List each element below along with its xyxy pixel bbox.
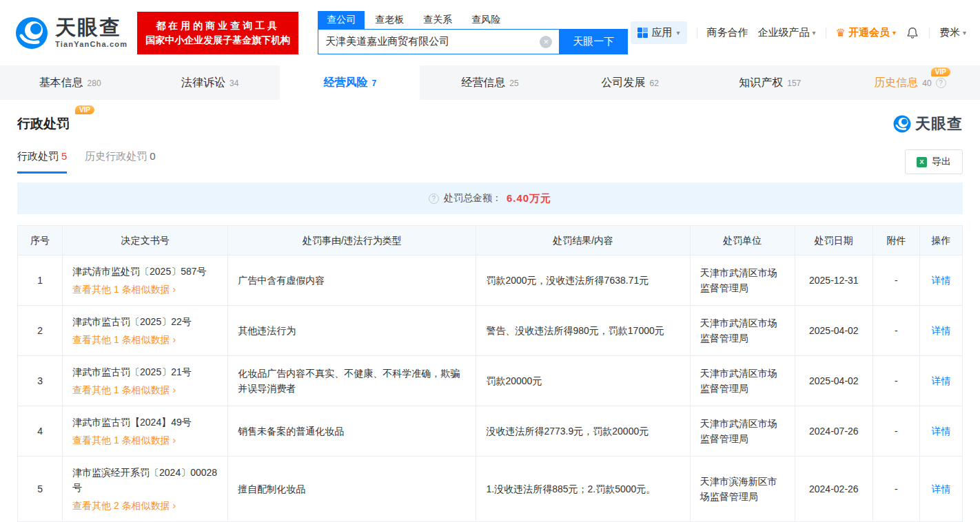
- apps-grid-icon: [637, 28, 648, 38]
- unit-cell: 天津市武清区市场监督管理局: [690, 356, 795, 406]
- help-icon: ?: [936, 78, 946, 88]
- nav-tab-count: 34: [229, 79, 238, 88]
- similar-data-link[interactable]: 查看其他 2 条相似数据 ›: [72, 498, 176, 513]
- date-cell: 2025-04-02: [795, 356, 872, 406]
- detail-link[interactable]: 详情: [931, 483, 950, 494]
- summary-label: 处罚总金额：: [444, 192, 502, 205]
- detail-link[interactable]: 详情: [931, 375, 950, 386]
- clear-icon[interactable]: ×: [540, 36, 552, 48]
- row-index: 1: [18, 255, 63, 306]
- table-row: 4 津武市监古罚【2024】49号 查看其他 1 条相似数据 › 销售未备案的普…: [18, 406, 963, 457]
- export-button[interactable]: X 导出: [905, 149, 963, 174]
- penalty-subtabs: 行政处罚 5 历史行政处罚 0: [17, 150, 156, 174]
- detail-link[interactable]: 详情: [931, 275, 950, 286]
- similar-data-link[interactable]: 查看其他 1 条相似数据 ›: [72, 432, 176, 448]
- reason-cell: 擅自配制化妆品: [228, 457, 476, 522]
- main-content: 行政处罚 VIP 天眼查 行政处罚 5 历史行政处罚 0 X: [0, 114, 980, 522]
- attachment-cell: -: [872, 306, 919, 356]
- search-tab-risk[interactable]: 查风险: [462, 11, 509, 29]
- chevron-down-icon: ▾: [677, 29, 680, 36]
- chevron-right-icon: ›: [173, 334, 176, 345]
- doc-cell: 津武清市监处罚〔2025〕587号 查看其他 1 条相似数据 ›: [63, 255, 228, 306]
- company-nav-tabs: 基本信息 280 法律诉讼 34 经营风险 7 经营信息 25 公司发展 62 …: [0, 65, 980, 100]
- apps-label: 应用: [652, 26, 673, 39]
- col-date: 处罚日期: [795, 226, 872, 255]
- search-tab-boss[interactable]: 查老板: [366, 11, 413, 29]
- col-result: 处罚结果/内容: [476, 226, 690, 255]
- search-tab-company[interactable]: 查公司: [318, 11, 365, 29]
- table-row: 3 津武市监古罚〔2025〕21号 查看其他 1 条相似数据 › 化妆品广告内容…: [18, 356, 963, 406]
- col-unit: 处罚单位: [690, 226, 795, 255]
- nav-tab[interactable]: VIP 历史信息 40 ?: [840, 65, 980, 100]
- nav-tab-label: 经营风险: [324, 76, 368, 90]
- col-doc-number: 决定文书号: [63, 226, 228, 255]
- result-cell: 警告、没收违法所得980元，罚款17000元: [476, 306, 690, 356]
- similar-data-link[interactable]: 查看其他 1 条相似数据 ›: [72, 332, 176, 347]
- nav-tab[interactable]: 公司发展 62: [560, 65, 700, 100]
- similar-data-label: 查看其他 2 条相似数据: [72, 500, 170, 511]
- chevron-right-icon: ›: [173, 500, 176, 511]
- tab-label: 行政处罚: [17, 150, 59, 163]
- nav-tab[interactable]: 知识产权 157: [700, 65, 840, 100]
- tianyancha-logo[interactable]: 天眼查 TianYanCha.com: [15, 17, 127, 50]
- brand-domain: TianYanCha.com: [55, 41, 127, 48]
- col-index: 序号: [18, 226, 63, 255]
- result-cell: 罚款20000元: [476, 356, 690, 406]
- chevron-right-icon: ›: [173, 284, 176, 295]
- apps-menu-button[interactable]: 应用 ▾: [631, 21, 687, 44]
- doc-number: 津武清市监处罚〔2025〕587号: [72, 264, 218, 279]
- chevron-down-icon: ▾: [892, 29, 896, 36]
- tianyancha-logo-icon: [893, 115, 911, 133]
- detail-link[interactable]: 详情: [931, 325, 950, 336]
- open-vip-button[interactable]: ♛ 开通会员 ▾: [836, 26, 896, 39]
- enterprise-label: 企业级产品: [758, 26, 810, 39]
- chevron-right-icon: ›: [173, 435, 176, 446]
- attachment-cell: -: [872, 356, 919, 406]
- nav-tab[interactable]: 法律诉讼 34: [140, 65, 280, 100]
- user-menu[interactable]: 费米 ▾: [939, 26, 966, 39]
- search-box: ×: [318, 29, 559, 54]
- attachment-cell: -: [872, 406, 919, 457]
- top-header: 天眼查 TianYanCha.com 都在用的商业查询工具 国家中小企业发展子基…: [0, 0, 980, 65]
- excel-icon: X: [917, 157, 927, 167]
- detail-link[interactable]: 详情: [931, 426, 950, 437]
- search-tab-relation[interactable]: 查关系: [414, 11, 461, 29]
- col-action: 操作: [919, 226, 962, 255]
- nav-tab[interactable]: 经营信息 25: [420, 65, 560, 100]
- notification-bell-icon[interactable]: [906, 26, 919, 40]
- similar-data-link[interactable]: 查看其他 1 条相似数据 ›: [72, 382, 176, 397]
- tab-admin-penalty[interactable]: 行政处罚 5: [17, 150, 67, 174]
- penalty-summary-bar: ? 处罚总金额： 6.40万元: [17, 182, 963, 214]
- row-index: 4: [18, 406, 63, 457]
- date-cell: 2025-12-31: [795, 255, 872, 306]
- menu-business-cooperation[interactable]: 商务合作: [707, 26, 748, 39]
- watermark-logo: 天眼查: [893, 114, 963, 134]
- menu-enterprise-products[interactable]: 企业级产品 ▾: [758, 26, 816, 39]
- nav-tab[interactable]: 基本信息 280: [0, 65, 140, 100]
- similar-data-label: 查看其他 1 条相似数据: [72, 284, 170, 295]
- username: 费米: [939, 26, 960, 39]
- reason-cell: 广告中含有虚假内容: [228, 255, 476, 306]
- chevron-down-icon: ▾: [963, 29, 966, 36]
- similar-data-link[interactable]: 查看其他 1 条相似数据 ›: [72, 282, 176, 297]
- open-vip-label: 开通会员: [848, 26, 890, 39]
- page-title: 行政处罚: [17, 116, 70, 131]
- similar-data-label: 查看其他 1 条相似数据: [72, 334, 170, 345]
- unit-cell: 天津市武清区市场监督管理局: [690, 306, 795, 356]
- help-icon: ?: [429, 194, 439, 204]
- search-input[interactable]: [318, 36, 540, 48]
- nav-tab-label: 基本信息: [39, 76, 83, 90]
- tab-history-admin-penalty[interactable]: 历史行政处罚 0: [85, 150, 155, 174]
- doc-cell: 津武市监古罚【2024】49号 查看其他 1 条相似数据 ›: [63, 406, 228, 457]
- table-row: 1 津武清市监处罚〔2025〕587号 查看其他 1 条相似数据 › 广告中含有…: [18, 255, 963, 306]
- penalty-table: 序号 决定文书号 处罚事由/违法行为类型 处罚结果/内容 处罚单位 处罚日期 附…: [17, 225, 963, 522]
- chevron-down-icon: ▾: [813, 29, 816, 36]
- attachment-cell: -: [872, 457, 919, 522]
- search-area: 查公司 查老板 查关系 查风险 × 天眼一下: [318, 11, 628, 54]
- row-index: 5: [18, 457, 63, 522]
- nav-tab[interactable]: 经营风险 7: [280, 65, 420, 100]
- doc-number: 津武市监古罚〔2025〕22号: [72, 314, 218, 329]
- top-menu: 应用 ▾ 商务合作 企业级产品 ▾ ♛ 开通会员 ▾ 费米 ▾: [631, 21, 966, 44]
- search-button[interactable]: 天眼一下: [559, 29, 628, 54]
- date-cell: 2024-07-26: [795, 406, 872, 457]
